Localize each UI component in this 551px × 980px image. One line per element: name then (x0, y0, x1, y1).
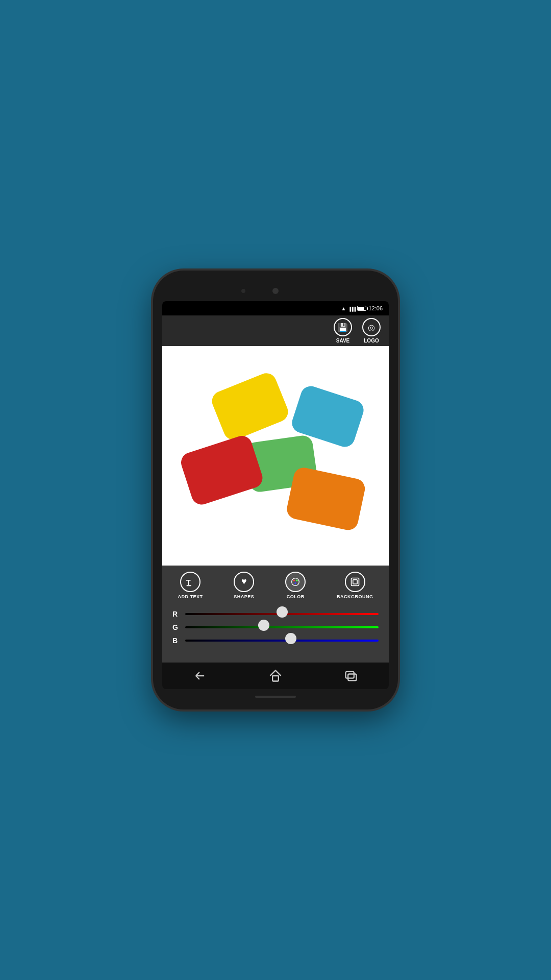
background-label: BACKGROUNG (337, 594, 373, 599)
canvas-area[interactable] (162, 346, 389, 566)
svg-point-4 (296, 579, 298, 581)
background-icon (345, 572, 365, 592)
home-button[interactable] (268, 669, 283, 683)
status-bar: 12:06 (162, 301, 389, 315)
bottom-toolbar: T ADD TEXT ♥ SHAPES (162, 566, 389, 604)
red-slider-track (185, 613, 379, 615)
phone-top (162, 281, 389, 301)
shapes-button[interactable]: ♥ SHAPES (234, 572, 254, 599)
blue-slider-label: B (172, 636, 180, 645)
phone-camera (272, 288, 279, 294)
blue-slider-track (185, 640, 379, 642)
svg-point-5 (294, 582, 296, 584)
blue-slider-row: B (172, 636, 379, 645)
save-icon: 💾 (334, 318, 352, 336)
svg-rect-8 (272, 676, 279, 681)
red-slider-label: R (172, 610, 180, 618)
color-button[interactable]: COLOR (285, 572, 306, 599)
add-text-button[interactable]: T ADD TEXT (178, 572, 203, 599)
phone-screen: 12:06 💾 SAVE ◎ LOGO (162, 301, 389, 689)
wifi-icon (341, 305, 346, 311)
signal-icon (348, 305, 355, 311)
battery-icon (357, 306, 366, 311)
status-icons: 12:06 (341, 305, 383, 311)
top-toolbar: 💾 SAVE ◎ LOGO (162, 315, 389, 346)
save-button[interactable]: 💾 SAVE (334, 318, 352, 344)
svg-rect-10 (348, 674, 356, 681)
battery-fill (358, 307, 364, 310)
svg-rect-9 (346, 672, 354, 678)
shapes-icon: ♥ (234, 572, 254, 592)
svg-point-2 (292, 578, 299, 585)
logo-icon: ◎ (362, 318, 381, 336)
color-icon (285, 572, 306, 592)
blue-slider[interactable] (185, 640, 379, 642)
add-text-label: ADD TEXT (178, 594, 203, 599)
shapes-label: SHAPES (234, 594, 254, 599)
recents-button[interactable] (344, 669, 358, 683)
shapes-svg (162, 346, 389, 566)
green-slider[interactable] (185, 626, 379, 628)
green-slider-row: G (172, 623, 379, 631)
red-slider-row: R (172, 610, 379, 618)
save-label: SAVE (336, 338, 350, 344)
time-display: 12:06 (368, 305, 383, 311)
logo-label: LOGO (364, 338, 379, 344)
shape-yellow[interactable] (209, 370, 291, 443)
phone-frame: 12:06 💾 SAVE ◎ LOGO (153, 271, 398, 709)
background-button[interactable]: BACKGROUNG (337, 572, 373, 599)
red-slider[interactable] (185, 613, 379, 615)
svg-point-3 (293, 579, 295, 581)
phone-speaker (241, 289, 245, 293)
logo-button[interactable]: ◎ LOGO (362, 318, 381, 344)
home-indicator (255, 696, 296, 698)
shape-orange[interactable] (285, 466, 367, 532)
svg-text:T: T (186, 578, 191, 586)
svg-rect-7 (353, 579, 357, 583)
add-text-icon: T (180, 572, 201, 592)
phone-bottom (162, 689, 389, 704)
back-button[interactable] (193, 669, 207, 683)
sliders-area: R G B (162, 604, 389, 663)
green-slider-track (185, 626, 379, 628)
color-label: COLOR (287, 594, 305, 599)
nav-bar (162, 663, 389, 689)
svg-rect-6 (351, 578, 359, 585)
green-slider-label: G (172, 623, 180, 631)
